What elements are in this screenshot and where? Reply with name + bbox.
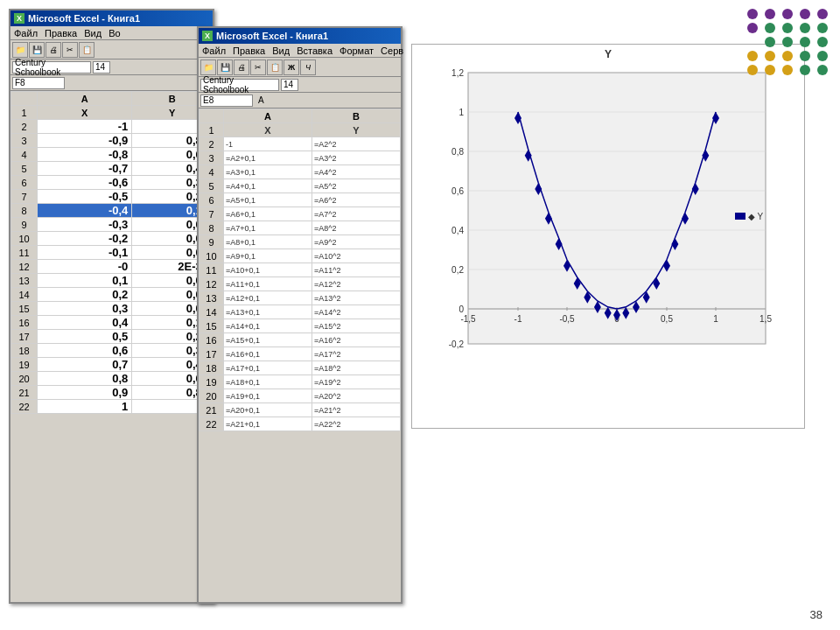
table-row[interactable]: 11=A10+0,1=A11^2 (200, 263, 401, 277)
cell-a[interactable]: 1 (38, 400, 132, 414)
table-row[interactable]: 1XY (200, 123, 401, 137)
name-box-1[interactable]: F8 (12, 77, 65, 89)
cell-a[interactable]: 0,1 (38, 274, 132, 288)
table-row[interactable]: 14=A13+0,1=A14^2 (200, 305, 401, 319)
table-row[interactable]: 7-0,50,25 (11, 190, 213, 204)
cell-b-formula[interactable]: =A13^2 (312, 291, 400, 305)
cell-a[interactable]: 0,8 (38, 372, 132, 386)
table-row[interactable]: 13=A12+0,1=A13^2 (200, 291, 401, 305)
menu-file-1[interactable]: Файл (14, 28, 38, 38)
cell-b-formula[interactable]: =A5^2 (312, 179, 400, 193)
table-row[interactable]: 140,20,04 (11, 288, 213, 302)
cell-b-formula[interactable]: =A15^2 (312, 319, 400, 333)
cell-b-formula[interactable]: =A20^2 (312, 389, 400, 403)
table-row[interactable]: 2211 (11, 400, 213, 414)
cell-a-formula[interactable]: =A5+0,1 (223, 193, 312, 207)
cell-a[interactable]: -1 (38, 120, 132, 134)
cell-b-formula[interactable]: =A16^2 (312, 333, 400, 347)
table-row[interactable]: 7=A6+0,1=A7^2 (200, 207, 401, 221)
table-row[interactable]: 180,60,36 (11, 344, 213, 358)
cell-a[interactable]: -0,2 (38, 232, 132, 246)
cell-a-formula[interactable]: =A13+0,1 (223, 305, 312, 319)
table-row[interactable]: 12=A11+0,1=A12^2 (200, 277, 401, 291)
cell-b-formula[interactable]: =A2^2 (312, 137, 400, 151)
table-row[interactable]: 11-0,10,01 (11, 246, 213, 260)
menu-view-1[interactable]: Вид (84, 28, 102, 38)
tb2-btn-1[interactable]: 📁 (200, 60, 216, 75)
table-row[interactable]: 5=A4+0,1=A5^2 (200, 179, 401, 193)
cell-a-formula[interactable]: =A8+0,1 (223, 235, 312, 249)
menu-format-2[interactable]: Формат (340, 46, 374, 56)
cell-a[interactable]: -0,1 (38, 246, 132, 260)
cell-a[interactable]: 0,3 (38, 302, 132, 316)
cell-a[interactable]: -0,3 (38, 218, 132, 232)
tb2-btn-2[interactable]: 💾 (217, 60, 233, 75)
toolbar-btn-5[interactable]: 📋 (79, 42, 94, 58)
cell-a-formula[interactable]: =A10+0,1 (223, 263, 312, 277)
table-row[interactable]: 6-0,60,36 (11, 176, 213, 190)
cell-a-formula[interactable]: =A17+0,1 (223, 361, 312, 375)
tb2-btn-3[interactable]: 🖨 (234, 60, 249, 75)
cell-a-formula[interactable]: =A16+0,1 (223, 347, 312, 361)
cell-a-formula[interactable]: =A11+0,1 (223, 277, 312, 291)
table-row[interactable]: 12-02E-32 (11, 260, 213, 274)
menu-edit-2[interactable]: Правка (233, 46, 265, 56)
cell-a-formula[interactable]: =A4+0,1 (223, 179, 312, 193)
cell-a-formula[interactable]: =A14+0,1 (223, 319, 312, 333)
tb2-btn-italic[interactable]: Ч (300, 60, 316, 75)
menu-service-2[interactable]: Серв (381, 46, 403, 56)
font-box-1[interactable]: Century Schoolbook (12, 61, 91, 74)
cell-b-formula[interactable]: =A9^2 (312, 235, 400, 249)
tb2-btn-bold[interactable]: Ж (284, 60, 299, 75)
cell-b-formula[interactable]: =A8^2 (312, 221, 400, 235)
name-box-2[interactable]: E8 (200, 94, 253, 107)
cell-a[interactable]: -0,9 (38, 134, 132, 148)
menu-insert-2[interactable]: Вставка (297, 46, 332, 56)
table-row[interactable]: 9-0,30,09 (11, 218, 213, 232)
tb2-btn-5[interactable]: 📋 (267, 60, 283, 75)
table-row[interactable]: 21=A20+0,1=A21^2 (200, 403, 401, 417)
menu-edit-1[interactable]: Правка (45, 28, 77, 38)
table-row[interactable]: 15=A14+0,1=A15^2 (200, 319, 401, 333)
cell-b-formula[interactable]: =A19^2 (312, 375, 400, 389)
cell-a-formula[interactable]: =A2+0,1 (223, 151, 312, 165)
table-row[interactable]: 4=A3+0,1=A4^2 (200, 165, 401, 179)
table-row[interactable]: 8=A7+0,1=A8^2 (200, 221, 401, 235)
cell-a[interactable]: 0,6 (38, 344, 132, 358)
cell-a-formula[interactable]: -1 (223, 137, 312, 151)
toolbar-btn-1[interactable]: 📁 (12, 42, 28, 58)
table-row[interactable]: 6=A5+0,1=A6^2 (200, 193, 401, 207)
toolbar-btn-3[interactable]: 🖨 (46, 42, 61, 58)
cell-a-formula[interactable]: =A9+0,1 (223, 249, 312, 263)
size-box-2[interactable]: 14 (281, 79, 298, 91)
cell-a[interactable]: -0,6 (38, 176, 132, 190)
size-box-1[interactable]: 14 (93, 61, 110, 74)
cell-b-formula[interactable]: =A12^2 (312, 277, 400, 291)
cell-b-formula[interactable]: Y (312, 123, 400, 137)
cell-a[interactable]: -0,4 (38, 204, 132, 218)
table-row[interactable]: 9=A8+0,1=A9^2 (200, 235, 401, 249)
cell-b-formula[interactable]: =A10^2 (312, 249, 400, 263)
table-row[interactable]: 18=A17+0,1=A18^2 (200, 361, 401, 375)
cell-b-formula[interactable]: =A22^2 (312, 417, 400, 431)
cell-b-formula[interactable]: =A6^2 (312, 193, 400, 207)
cell-a-formula[interactable]: =A18+0,1 (223, 375, 312, 389)
table-row[interactable]: 150,30,09 (11, 302, 213, 316)
cell-a[interactable]: 0,2 (38, 288, 132, 302)
table-row[interactable]: 130,10,01 (11, 274, 213, 288)
cell-a-formula[interactable]: =A15+0,1 (223, 333, 312, 347)
cell-a[interactable]: 0,7 (38, 358, 132, 372)
menu-file-2[interactable]: Файл (202, 46, 226, 56)
toolbar-btn-4[interactable]: ✂ (62, 42, 78, 58)
tb2-btn-4[interactable]: ✂ (250, 60, 266, 75)
table-row[interactable]: 200,80,64 (11, 372, 213, 386)
table-row[interactable]: 4-0,80,64 (11, 148, 213, 162)
table-row[interactable]: 1XY (11, 106, 213, 120)
cell-b-formula[interactable]: =A14^2 (312, 305, 400, 319)
table-row[interactable]: 10-0,20,04 (11, 232, 213, 246)
cell-b-formula[interactable]: =A11^2 (312, 263, 400, 277)
table-row[interactable]: 20=A19+0,1=A20^2 (200, 389, 401, 403)
cell-a[interactable]: -0 (38, 260, 132, 274)
table-row[interactable]: 3-0,90,81 (11, 134, 213, 148)
cell-a[interactable]: 0,4 (38, 316, 132, 330)
